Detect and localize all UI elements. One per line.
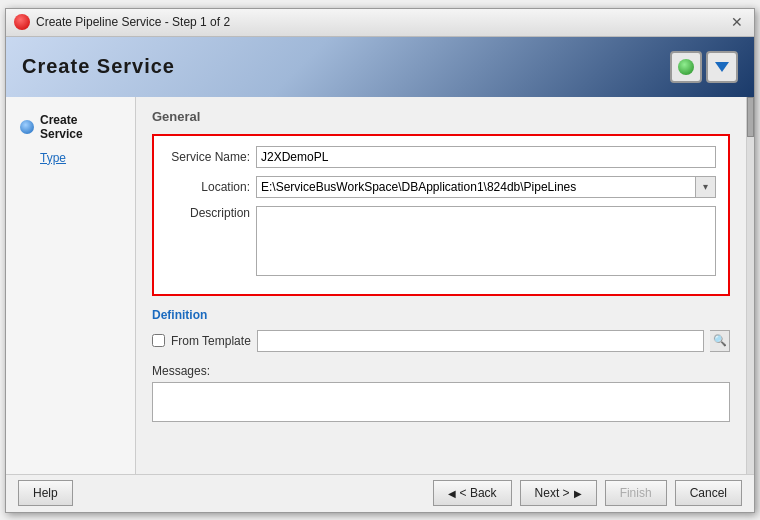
header-icon-button[interactable] [670,51,702,83]
main-window: Create Pipeline Service - Step 1 of 2 ✕ … [5,8,755,513]
from-template-checkbox[interactable] [152,334,165,347]
header-title: Create Service [22,55,175,78]
dot-icon [20,120,34,134]
messages-section: Messages: [152,364,730,422]
messages-box [152,382,730,422]
back-button[interactable]: ◀ < Back [433,480,512,506]
header-download-button[interactable] [706,51,738,83]
template-search-button[interactable]: 🔍 [710,330,730,352]
title-bar: Create Pipeline Service - Step 1 of 2 ✕ [6,9,754,37]
finish-button[interactable]: Finish [605,480,667,506]
from-template-row: From Template 🔍 [152,330,730,352]
service-name-input[interactable] [256,146,716,168]
messages-label: Messages: [152,364,730,378]
title-bar-left: Create Pipeline Service - Step 1 of 2 [14,14,230,30]
description-label: Description [166,206,256,220]
definition-section: Definition From Template 🔍 [152,308,730,352]
definition-title: Definition [152,308,730,322]
footer-right: ◀ < Back Next > ▶ Finish Cancel [433,480,742,506]
location-browse-button[interactable]: ▾ [696,176,716,198]
cancel-button[interactable]: Cancel [675,480,742,506]
close-button[interactable]: ✕ [728,13,746,31]
content-area: Create Service Type General Service Name… [6,97,754,474]
window-title: Create Pipeline Service - Step 1 of 2 [36,15,230,29]
footer-left: Help [18,480,73,506]
location-input[interactable] [256,176,696,198]
green-circle-icon [678,59,694,75]
help-button[interactable]: Help [18,480,73,506]
service-name-row: Service Name: [166,146,716,168]
header-icon-group [670,51,738,83]
sidebar-item-create-service[interactable]: Create Service [14,109,127,145]
back-arrow-icon: ◀ [448,488,456,499]
download-arrow-icon [715,62,729,72]
general-form-box: Service Name: Location: ▾ Description [152,134,730,296]
description-input[interactable] [256,206,716,276]
sidebar-item-type[interactable]: Type [14,149,127,167]
location-input-group: ▾ [256,176,716,198]
general-section-title: General [152,109,730,124]
next-arrow-icon: ▶ [574,488,582,499]
description-row: Description [166,206,716,276]
header-area: Create Service [6,37,754,97]
location-row: Location: ▾ [166,176,716,198]
scrollbar-thumb[interactable] [747,97,754,137]
right-scrollbar[interactable] [746,97,754,474]
footer: Help ◀ < Back Next > ▶ Finish Cancel [6,474,754,512]
next-label: Next > [535,486,570,500]
sidebar: Create Service Type [6,97,136,474]
sidebar-create-service-label: Create Service [40,113,121,141]
service-name-label: Service Name: [166,150,256,164]
app-icon [14,14,30,30]
main-content: General Service Name: Location: ▾ [136,97,746,474]
next-button[interactable]: Next > ▶ [520,480,597,506]
template-input[interactable] [257,330,704,352]
location-label: Location: [166,180,256,194]
back-label: < Back [460,486,497,500]
from-template-label: From Template [171,334,251,348]
